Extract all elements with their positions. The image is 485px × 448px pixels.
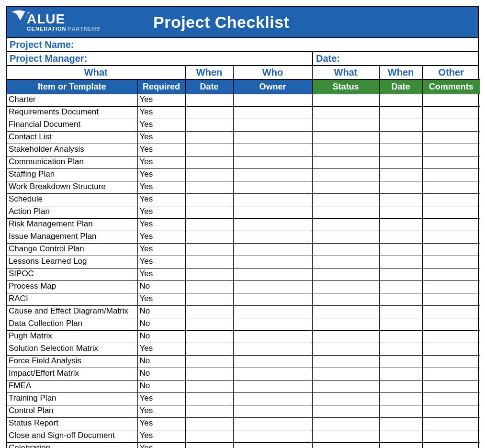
cell-date2 (379, 119, 422, 132)
table-row: ScheduleYes (7, 194, 480, 206)
cell-item: Pugh Matrix (7, 331, 137, 343)
table-row: Action PlanYes (7, 206, 480, 219)
title-bar: ALUE GENERATION PARTNERS Project Checkli… (7, 7, 478, 38)
cell-comments (422, 194, 480, 206)
cell-owner (233, 418, 312, 430)
cell-date2 (379, 107, 422, 119)
cell-item: Process Map (7, 281, 137, 293)
cell-owner (233, 293, 312, 306)
cell-date2 (379, 318, 422, 331)
cell-date1 (185, 132, 233, 144)
cell-date1 (185, 244, 233, 256)
group-who: Who (233, 66, 312, 79)
cell-required: No (137, 331, 185, 343)
cell-comments (422, 269, 480, 281)
cell-date2 (379, 206, 422, 219)
cell-status (312, 293, 379, 306)
cell-required: Yes (137, 343, 185, 356)
cell-required: Yes (137, 181, 185, 194)
cell-date1 (185, 157, 233, 169)
cell-status (312, 343, 379, 356)
cell-item: Force Field Analysis (7, 356, 137, 368)
col-owner: Owner (233, 79, 312, 94)
cell-date2 (379, 231, 422, 244)
cell-date1 (185, 219, 233, 231)
cell-date1 (185, 119, 233, 132)
cell-owner (233, 157, 312, 169)
cell-date1 (185, 356, 233, 368)
table-row: Control PlanYes (7, 405, 480, 418)
cell-item: Training Plan (7, 393, 137, 405)
cell-date1 (185, 181, 233, 194)
cell-owner (233, 132, 312, 144)
table-row: Status ReportYes (7, 418, 480, 430)
cell-date1 (185, 144, 233, 157)
cell-owner (233, 281, 312, 293)
cell-required: No (137, 356, 185, 368)
cell-item: Data Collection Plan (7, 318, 137, 331)
cell-required: Yes (137, 430, 185, 443)
cell-comments (422, 181, 480, 194)
cell-required: Yes (137, 206, 185, 219)
cell-date1 (185, 443, 233, 448)
cell-status (312, 244, 379, 256)
brand-line2a: GENERATION (27, 26, 67, 32)
cell-required: Yes (137, 443, 185, 448)
cell-date1 (185, 418, 233, 430)
brand-line2b: PARTNERS (68, 26, 101, 32)
brand-big-text: ALUE (27, 11, 65, 26)
cell-required: Yes (137, 269, 185, 281)
cell-status (312, 169, 379, 181)
cell-comments (422, 281, 480, 293)
cell-owner (233, 194, 312, 206)
table-row: Issue Management PlanYes (7, 231, 480, 244)
cell-date2 (379, 306, 422, 318)
cell-owner (233, 269, 312, 281)
cell-date2 (379, 181, 422, 194)
cell-item: Financial Document (7, 119, 137, 132)
cell-owner (233, 107, 312, 119)
cell-date2 (379, 244, 422, 256)
table-row: Close and Sign-off DocumentYes (7, 430, 480, 443)
cell-item: Celebration (7, 443, 137, 448)
cell-owner (233, 119, 312, 132)
cell-date2 (379, 293, 422, 306)
cell-owner (233, 405, 312, 418)
cell-item: Solution Selection Matrix (7, 343, 137, 356)
cell-comments (422, 393, 480, 405)
brand-logo: ALUE GENERATION PARTNERS (7, 7, 124, 37)
cell-item: Issue Management Plan (7, 231, 137, 244)
cell-date2 (379, 381, 422, 393)
cell-comments (422, 443, 480, 448)
cell-required: No (137, 318, 185, 331)
cell-date2 (379, 430, 422, 443)
cell-owner (233, 219, 312, 231)
cell-owner (233, 343, 312, 356)
cell-date1 (185, 281, 233, 293)
cell-item: RACI (7, 293, 137, 306)
cell-date1 (185, 231, 233, 244)
cell-required: Yes (137, 219, 185, 231)
cell-required: No (137, 306, 185, 318)
table-row: Communication PlanYes (7, 157, 480, 169)
project-name-label: Project Name: (7, 38, 478, 51)
cell-item: Staffing Plan (7, 169, 137, 181)
table-row: Cause and Effect Diagram/MatrixNo (7, 306, 480, 318)
cell-item: Stakeholder Analysis (7, 144, 137, 157)
group-when-2: When (379, 66, 422, 79)
cell-date1 (185, 107, 233, 119)
table-row: Solution Selection MatrixYes (7, 343, 480, 356)
cell-date1 (185, 430, 233, 443)
cell-status (312, 306, 379, 318)
cell-comments (422, 381, 480, 393)
cell-date1 (185, 206, 233, 219)
cell-date1 (185, 405, 233, 418)
col-status: Status (312, 79, 379, 94)
cell-comments (422, 405, 480, 418)
cell-item: Contact List (7, 132, 137, 144)
col-date-1: Date (185, 79, 233, 94)
cell-date2 (379, 157, 422, 169)
project-checklist-sheet: ALUE GENERATION PARTNERS Project Checkli… (6, 6, 479, 448)
cell-comments (422, 107, 480, 119)
cell-status (312, 194, 379, 206)
